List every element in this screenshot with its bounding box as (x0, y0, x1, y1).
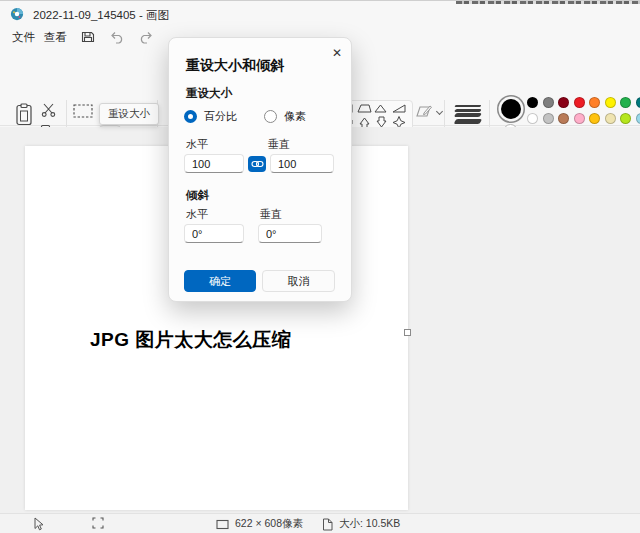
statusbar: 622 × 608像素 大小: 10.5KB (0, 513, 640, 533)
color-swatch[interactable] (605, 97, 616, 108)
file-size: 大小: 10.5KB (322, 517, 400, 531)
canvas-size-icon (216, 519, 229, 530)
redo-icon (138, 31, 153, 44)
color-swatch[interactable] (574, 113, 585, 124)
save-button[interactable] (79, 29, 97, 45)
file-size-text: 大小: 10.5KB (339, 517, 400, 531)
ok-button[interactable]: 确定 (184, 270, 256, 292)
radio-percent[interactable]: 百分比 (184, 109, 237, 124)
palette-palette_row2 (527, 113, 640, 124)
paste-icon (14, 103, 34, 127)
color-swatch[interactable] (589, 113, 600, 124)
resize-section-label: 重设大小 (186, 86, 232, 101)
menu-file[interactable]: 文件 (8, 28, 39, 46)
canvas-dimensions-text: 622 × 608像素 (235, 517, 303, 531)
resize-vertical-label: 垂直 (268, 137, 290, 152)
select-button[interactable] (73, 104, 93, 118)
shape-polygon-icon (358, 105, 371, 112)
color-swatch[interactable] (543, 97, 554, 108)
outline-dropdown-chevron-icon[interactable] (436, 108, 443, 115)
link-icon (251, 159, 264, 169)
paint-logo-icon (10, 7, 24, 21)
color-swatch[interactable] (558, 97, 569, 108)
color-swatch[interactable] (620, 113, 631, 124)
menu-view[interactable]: 查看 (40, 28, 71, 46)
color-swatch[interactable] (527, 113, 538, 124)
close-icon: ✕ (332, 46, 342, 60)
selection-corners-icon (92, 517, 104, 529)
dialog-close-button[interactable]: ✕ (329, 46, 345, 62)
canvas-text: JPG 图片太大怎么压缩 (90, 327, 291, 353)
paste-button[interactable] (12, 103, 36, 127)
file-icon (322, 518, 333, 531)
cancel-button-label: 取消 (288, 274, 310, 289)
color-swatch[interactable] (636, 97, 640, 108)
skew-horizontal-input[interactable] (184, 224, 244, 243)
color-swatch[interactable] (543, 113, 554, 124)
cancel-button[interactable]: 取消 (262, 270, 335, 292)
color-swatch[interactable] (620, 97, 631, 108)
maintain-aspect-ratio-button[interactable] (248, 156, 266, 172)
cut-icon (41, 103, 56, 117)
selection-size-indicator (92, 517, 104, 529)
cropped-content-strip (456, 1, 640, 4)
color-swatch[interactable] (574, 97, 585, 108)
outline-icon (415, 104, 433, 119)
radio-percent-label: 百分比 (204, 109, 237, 124)
canvas-dimensions: 622 × 608像素 (216, 517, 303, 531)
resize-vertical-input[interactable] (270, 154, 334, 173)
radio-percent-icon (184, 110, 197, 123)
resize-skew-dialog: ✕ 重设大小和倾斜 重设大小 百分比 像素 水平 垂直 倾斜 水平 垂直 确定 (168, 37, 352, 302)
shape-right-triangle-icon (393, 105, 405, 112)
cursor-position-indicator (33, 517, 44, 531)
color-swatch[interactable] (605, 113, 616, 124)
undo-button[interactable] (108, 29, 126, 45)
color-swatch[interactable] (558, 113, 569, 124)
skew-horizontal-label: 水平 (186, 207, 208, 222)
color-swatch[interactable] (527, 97, 538, 108)
paint-window: 2022-11-09_145405 - 画图 文件 查看 (0, 0, 640, 533)
skew-vertical-label: 垂直 (260, 207, 282, 222)
redo-button[interactable] (136, 29, 154, 45)
radio-pixels-icon (264, 110, 277, 123)
skew-section-label: 倾斜 (186, 188, 209, 203)
select-icon (73, 104, 93, 118)
color1-swatch[interactable] (501, 99, 521, 119)
shape-triangle-icon (375, 105, 386, 112)
radio-pixels[interactable]: 像素 (264, 109, 306, 124)
canvas-resize-handle[interactable] (404, 329, 411, 336)
stroke-size-icon (455, 105, 482, 107)
skew-vertical-input[interactable] (258, 224, 322, 243)
color-swatch[interactable] (636, 113, 640, 124)
resize-horizontal-label: 水平 (186, 137, 208, 152)
shape-arrow-down-icon (377, 117, 386, 127)
cut-button[interactable] (40, 103, 56, 117)
pointer-icon (33, 517, 44, 531)
resize-horizontal-input[interactable] (184, 154, 244, 173)
window-title: 2022-11-09_145405 - 画图 (33, 8, 169, 23)
undo-icon (110, 31, 125, 44)
titlebar: 2022-11-09_145405 - 画图 (0, 1, 640, 27)
stroke-size-button[interactable] (455, 103, 481, 125)
save-icon (81, 30, 95, 44)
dialog-title: 重设大小和倾斜 (186, 57, 284, 75)
ok-button-label: 确定 (209, 274, 231, 289)
color-swatch[interactable] (589, 97, 600, 108)
resize-tooltip: 重设大小 (99, 103, 159, 125)
radio-pixels-label: 像素 (284, 109, 306, 124)
outline-button[interactable] (415, 104, 433, 119)
palette-palette_row1 (527, 97, 640, 108)
